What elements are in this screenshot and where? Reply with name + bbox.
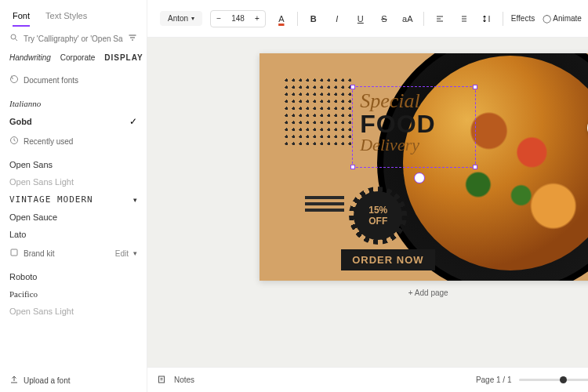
size-minus[interactable]: − bbox=[211, 11, 227, 27]
italic-button[interactable]: I bbox=[329, 11, 345, 27]
brandkit-icon bbox=[9, 248, 19, 259]
order-now-button[interactable]: ORDER NOW bbox=[341, 249, 434, 270]
font-pacifico[interactable]: Pacifico bbox=[0, 285, 147, 303]
discount-badge[interactable]: 15%OFF bbox=[354, 191, 402, 240]
search-input[interactable] bbox=[24, 34, 123, 43]
tab-text-styles[interactable]: Text Styles bbox=[45, 11, 87, 27]
section-brandkit: Brand kit bbox=[24, 249, 54, 258]
align-button[interactable] bbox=[432, 11, 448, 27]
font-open-sauce[interactable]: Open Sauce bbox=[0, 209, 147, 226]
tab-font[interactable]: Font bbox=[13, 11, 30, 27]
brandkit-edit[interactable]: Edit bbox=[115, 249, 129, 258]
filter-icon[interactable] bbox=[128, 33, 137, 44]
font-size-value[interactable]: 148 bbox=[227, 13, 249, 24]
filter-handwriting[interactable]: Handwriting bbox=[9, 53, 51, 62]
font-family-select[interactable]: Anton▾ bbox=[160, 11, 202, 26]
upload-icon bbox=[9, 375, 19, 386]
notes-label[interactable]: Notes bbox=[174, 376, 194, 384]
filter-display[interactable]: DISPLAY bbox=[104, 53, 143, 62]
text-color[interactable]: A bbox=[274, 11, 289, 27]
case-button[interactable]: aA bbox=[400, 11, 416, 27]
svg-point-1 bbox=[11, 76, 18, 83]
spacing-button[interactable] bbox=[479, 11, 495, 27]
font-lato[interactable]: Lato bbox=[0, 226, 147, 243]
chevron-down-icon[interactable]: ▾ bbox=[133, 196, 137, 204]
clock-icon bbox=[9, 74, 19, 85]
font-italianno[interactable]: Italianno bbox=[0, 95, 147, 112]
chevron-down-icon[interactable]: ▾ bbox=[133, 249, 137, 257]
effects-button[interactable]: Effects bbox=[511, 14, 535, 23]
section-document-fonts: Document fonts bbox=[24, 76, 78, 85]
font-open-sans-light-2[interactable]: Open Sans Light bbox=[0, 303, 147, 320]
decor-bars bbox=[305, 196, 344, 212]
notes-icon[interactable] bbox=[157, 375, 166, 386]
font-gobd[interactable]: Gobd✓ bbox=[0, 112, 147, 131]
filter-corporate[interactable]: Corporate bbox=[60, 53, 95, 62]
add-page-button[interactable]: + Add page bbox=[408, 289, 448, 297]
dot-pattern bbox=[283, 77, 354, 147]
font-open-sans[interactable]: Open Sans bbox=[0, 156, 147, 173]
strike-button[interactable]: S bbox=[376, 11, 392, 27]
font-roboto[interactable]: Roboto bbox=[0, 268, 147, 285]
check-icon: ✓ bbox=[129, 116, 137, 127]
zoom-slider[interactable] bbox=[519, 379, 588, 381]
page-indicator[interactable]: Page 1 / 1 bbox=[476, 376, 512, 384]
clock-icon bbox=[9, 136, 19, 147]
bold-button[interactable]: B bbox=[306, 11, 321, 27]
svg-point-0 bbox=[11, 34, 16, 39]
selection-box[interactable] bbox=[352, 86, 476, 168]
list-button[interactable] bbox=[456, 11, 471, 27]
size-plus[interactable]: + bbox=[249, 11, 265, 27]
upload-font[interactable]: Upload a font bbox=[9, 375, 71, 386]
section-recent: Recently used bbox=[24, 137, 73, 146]
design-canvas[interactable]: Special FOOD Delivery 15%OFF ORDER NOW ♡ bbox=[260, 53, 588, 281]
svg-rect-3 bbox=[11, 249, 17, 256]
underline-button[interactable]: U bbox=[353, 11, 368, 27]
search-icon bbox=[9, 33, 19, 44]
font-vintage-modern[interactable]: VINTAGE MODERN▾ bbox=[0, 191, 147, 209]
animate-button[interactable]: ◯Animate bbox=[543, 14, 582, 23]
font-open-sans-light[interactable]: Open Sans Light bbox=[0, 173, 147, 191]
